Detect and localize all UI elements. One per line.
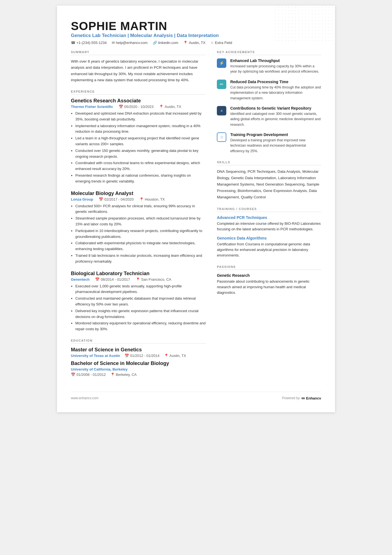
achievement-3-title: Contributions to Genetic Variant Reposit… (230, 106, 321, 110)
bullet-item: Developed and optimized new DNA extracti… (75, 111, 206, 122)
linkedin-contact: 🔗 linkedin.com (153, 41, 178, 45)
columns-container: SUMMARY With over 8 years of genetics la… (71, 50, 321, 383)
summary-text: With over 8 years of genetics laboratory… (71, 58, 206, 83)
passion-1-title: Genetic Research (217, 273, 321, 278)
job-3-location: 📍 San Francisco, CA (136, 277, 171, 282)
bullet-item: Collaborated with experimental physicist… (75, 240, 206, 252)
summary-section: SUMMARY With over 8 years of genetics la… (71, 50, 206, 83)
job-1-title: Genetics Research Associate (71, 98, 206, 104)
job-3-bullets: Executed over 1,000 genetic tests annual… (71, 283, 206, 332)
bullet-item: Streamlined sample preparation processes… (75, 216, 206, 227)
achievement-4-icon: ☆ (217, 132, 226, 142)
bullet-item: Executed over 1,000 genetic tests annual… (75, 283, 206, 295)
training-2-text: Certification from Coursera in computati… (217, 241, 321, 258)
education-section: EDUCATION Master of Science in Genetics … (71, 339, 206, 377)
achievement-2-content: Reduced Data Processing Time Cut data pr… (230, 80, 321, 101)
edu-2-degree: Bachelor of Science in Molecular Biology (71, 361, 206, 366)
training-2: Genomics Data Algorithms Certification f… (217, 236, 321, 258)
pin-icon-edu2: 📍 (110, 373, 115, 377)
edu-2-meta: University of California, Berkeley (71, 367, 206, 371)
bullet-item: Coordinated with cross-functional teams … (75, 160, 206, 172)
pin-icon-1: 📍 (159, 105, 163, 109)
training-1-title: Advanced PCR Techniques (217, 215, 321, 220)
bullet-item: Presented research findings at national … (75, 173, 206, 184)
achievement-4: ☆ Training Program Development Developed… (217, 132, 321, 154)
bullet-item: Constructed and maintained genetic datab… (75, 296, 206, 307)
job-2-bullets: Conducted 500+ PCR analyses for clinical… (71, 203, 206, 265)
phone-icon: ☎ (71, 41, 75, 45)
email-value: help@enhancv.com (116, 41, 148, 45)
job-3-dates: 📅 08/2014 - 01/2017 (95, 277, 130, 282)
location-value: Austin, TX (189, 41, 205, 45)
star-icon: ☆ (210, 41, 214, 45)
phone-value: +1-(234)-555-1234 (76, 41, 107, 45)
job-3: Biological Laboratory Technician Genente… (71, 271, 206, 332)
achievement-1: ⚡ Enhanced Lab Throughput Increased samp… (217, 58, 321, 75)
achievement-1-icon: ⚡ (217, 58, 226, 68)
job-1-dates: 📅 05/2020 - 10/2023 (119, 105, 154, 109)
footer-website: www.enhancv.com (71, 396, 98, 400)
job-1-bullets: Developed and optimized new DNA extracti… (71, 111, 206, 184)
achievement-2-icon: ✏ (217, 80, 226, 89)
training-2-title: Genomics Data Algorithms (217, 236, 321, 240)
achievement-4-content: Training Program Development Developed a… (230, 132, 321, 154)
decorative-dots (274, 6, 335, 42)
achievement-3-icon: ≡ (217, 106, 226, 115)
training-heading: TRAINING / COURSES (217, 207, 321, 212)
calendar-icon-edu1: 📅 (125, 354, 129, 358)
achievements-section: KEY ACHIEVEMENTS ⚡ Enhanced Lab Throughp… (217, 50, 321, 154)
extra-value: Extra Field (215, 41, 232, 45)
achievement-2-title: Reduced Data Processing Time (230, 80, 321, 84)
achievements-heading: KEY ACHIEVEMENTS (217, 50, 321, 55)
bullet-item: Implemented a laboratory information man… (75, 123, 206, 135)
edu-1-school: University of Texas at Austin (71, 354, 120, 358)
job-1-location: 📍 Austin, TX (159, 105, 181, 109)
bullet-item: Participated in 10 interdisciplinary res… (75, 228, 206, 240)
job-2-meta: Lonza Group 📅 02/2017 - 04/2020 📍 Housto… (71, 197, 206, 201)
skills-text: DNA Sequencing, PCR Techniques, Data Ana… (217, 169, 321, 201)
calendar-icon-edu2: 📅 (71, 373, 75, 377)
footer: www.enhancv.com Powered by ∞ Enhancv (71, 392, 321, 401)
passion-1-text: Passionate about contributing to advance… (217, 279, 321, 295)
achievement-3-content: Contributions to Genetic Variant Reposit… (230, 106, 321, 127)
achievement-1-content: Enhanced Lab Throughput Increased sample… (230, 58, 321, 75)
job-1-company: Thermo Fisher Scientific (71, 105, 113, 109)
footer-brand: Powered by ∞ Enhancv (282, 395, 321, 401)
training-section: TRAINING / COURSES Advanced PCR Techniqu… (217, 207, 321, 258)
bullet-item: Monitored laboratory equipment for opera… (75, 320, 206, 332)
pin-icon-3: 📍 (136, 277, 140, 282)
achievement-3: ≡ Contributions to Genetic Variant Repos… (217, 106, 321, 127)
edu-1-dates: 📅 01/2012 - 01/2014 (125, 354, 160, 358)
job-1: Genetics Research Associate Thermo Fishe… (71, 98, 206, 184)
experience-heading: EXPERIENCE (71, 90, 206, 95)
calendar-icon-3: 📅 (95, 277, 100, 282)
job-3-title: Biological Laboratory Technician (71, 271, 206, 277)
job-3-meta: Genentech 📅 08/2014 - 01/2017 📍 San Fran… (71, 277, 206, 282)
edu-2-location: 📍 Berkeley, CA (110, 373, 137, 377)
achievement-4-title: Training Program Development (230, 132, 321, 137)
pin-icon-2: 📍 (139, 197, 144, 201)
bullet-item: Conducted over 150 genetic analyses mont… (75, 148, 206, 160)
link-icon: 🔗 (153, 41, 157, 45)
edu-2: Bachelor of Science in Molecular Biology… (71, 361, 206, 377)
achievement-2: ✏ Reduced Data Processing Time Cut data … (217, 80, 321, 101)
bullet-item: Trained 8 lab technicians in molecular p… (75, 253, 206, 265)
bullet-item: Led a team in a high-throughput sequenci… (75, 135, 206, 147)
location-icon: 📍 (183, 41, 188, 45)
edu-1-meta: University of Texas at Austin 📅 01/2012 … (71, 354, 206, 358)
passions-section: PASSIONS Genetic Research Passionate abo… (217, 265, 321, 295)
skills-section: SKILLS DNA Sequencing, PCR Techniques, D… (217, 161, 321, 201)
achievement-4-text: Developed a training program that improv… (230, 138, 321, 154)
bullet-item: Delivered key insights into genetic expr… (75, 308, 206, 320)
edu-2-dates-loc: 📅 01/2008 - 01/2012 📍 Berkeley, CA (71, 373, 206, 377)
resume-page: SOPHIE MARTIN Genetics Lab Technician | … (57, 6, 335, 412)
right-column: KEY ACHIEVEMENTS ⚡ Enhanced Lab Throughp… (217, 50, 321, 383)
job-2: Molecular Biology Analyst Lonza Group 📅 … (71, 191, 206, 265)
training-1: Advanced PCR Techniques Completed an int… (217, 215, 321, 232)
calendar-icon-1: 📅 (119, 105, 123, 109)
brand-name: Enhancv (306, 396, 321, 400)
skills-heading: SKILLS (217, 161, 321, 165)
calendar-icon-2: 📅 (99, 197, 103, 201)
linkedin-value: linkedin.com (158, 41, 178, 45)
job-1-meta: Thermo Fisher Scientific 📅 05/2020 - 10/… (71, 105, 206, 109)
